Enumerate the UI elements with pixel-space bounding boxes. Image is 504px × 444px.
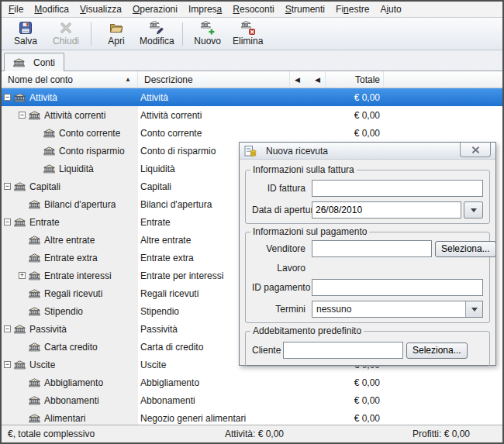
account-name-cell: Altre entrate	[2, 231, 138, 249]
row-filler	[384, 391, 502, 409]
expand-icon[interactable]: +	[19, 272, 26, 279]
menu-file[interactable]: File	[3, 2, 29, 16]
bank-icon	[29, 396, 40, 405]
account-total-cell: € 0,00	[290, 373, 384, 391]
invoice-id-field[interactable]	[312, 180, 483, 197]
row-filler	[384, 373, 502, 391]
menu-modifica[interactable]: Modifica	[29, 2, 74, 16]
pane-left-arrow-icon[interactable]: ◀	[315, 76, 320, 84]
terms-combobox[interactable]: nessuno	[312, 301, 483, 318]
nuovo-button[interactable]: Nuovo	[188, 19, 228, 50]
salva-button[interactable]: Salva	[5, 19, 46, 50]
menu-aiuto[interactable]: Aiuto	[375, 2, 406, 16]
account-name-cell: Regali ricevuti	[2, 284, 138, 302]
new-invoice-dialog: Nuova ricevuta Informazioni sulla fattur…	[239, 142, 496, 366]
pane-left-arrow-icon[interactable]: ◀	[295, 76, 300, 84]
account-name-cell: Liquidità	[2, 160, 138, 177]
app-window: FileModificaVisualizzaOperazioniImpresaR…	[0, 0, 504, 444]
bank-icon	[13, 58, 25, 67]
account-row-alimentari[interactable]: AlimentariNegozio generi alimentari€ 0,0…	[2, 409, 502, 425]
account-name: Alimentari	[44, 413, 85, 424]
vendor-label: Venditore	[252, 243, 306, 254]
account-row-conto-corrente[interactable]: Conto correnteConto corrente€ 0,00	[2, 124, 502, 142]
expander-spacer	[19, 308, 26, 315]
customer-field[interactable]	[283, 342, 403, 359]
tab-label: Conti	[33, 57, 55, 68]
menu-finestre[interactable]: Finestre	[330, 2, 375, 16]
column-header-name[interactable]: Nome del conto ▲	[2, 71, 138, 88]
account-name-cell: −Passività	[2, 320, 138, 338]
expander-spacer	[33, 129, 40, 136]
payment-id-row: ID pagamento	[252, 279, 483, 296]
expander-spacer	[19, 201, 26, 208]
apri-button[interactable]: Apri	[96, 19, 136, 50]
opening-date-field[interactable]	[312, 201, 461, 219]
account-name: Conto risparmio	[59, 146, 125, 157]
collapse-icon[interactable]: −	[4, 361, 11, 368]
save-icon	[19, 21, 33, 35]
account-row-attivit-correnti[interactable]: −Attività correntiAttività correnti€ 0,0…	[2, 106, 502, 124]
elimina-label: Elimina	[233, 36, 263, 46]
account-name-cell: Carta credito	[2, 338, 138, 356]
account-row-abbonamenti[interactable]: AbbonamentiAbbonamenti€ 0,00	[2, 391, 502, 409]
payment-id-field[interactable]	[312, 279, 483, 296]
table-header: Nome del conto ▲ Descrizione ◀ ◀ Totale	[2, 71, 502, 88]
elimina-button[interactable]: Elimina	[228, 19, 268, 50]
job-row: Lavoro	[252, 262, 483, 274]
group-informazioni-sulla-fattura: Informazioni sulla fatturaID fatturaData…	[245, 170, 490, 224]
invoice-id-label: ID fattura	[252, 183, 306, 194]
tab-strip: Conti	[2, 50, 502, 71]
group-title: Informazioni sulla fattura	[250, 164, 357, 175]
terms-dropdown-button[interactable]	[465, 301, 482, 317]
bank-icon	[14, 218, 26, 227]
close-tab-icon	[59, 21, 73, 35]
account-name: Uscite	[29, 360, 55, 370]
tab-conti[interactable]: Conti	[4, 53, 64, 71]
customer-row: ClienteSeleziona...	[252, 342, 483, 359]
account-name: Bilanci d'apertura	[44, 199, 116, 210]
account-row-abbigliamento[interactable]: AbbigliamentoAbbigliamento€ 0,00	[2, 373, 502, 391]
menu-resoconti[interactable]: Resoconti	[227, 2, 279, 16]
modifica-button[interactable]: Modifica	[136, 19, 178, 50]
collapse-icon[interactable]: −	[19, 112, 26, 119]
status-assets-total: Attività: € 0,00	[225, 429, 284, 439]
column-header-total[interactable]: Totale	[326, 71, 384, 88]
menu-operazioni[interactable]: Operazioni	[127, 2, 183, 16]
account-name-cell: Entrate extra	[2, 249, 138, 267]
account-description-cell: Negozio generi alimentari	[138, 409, 290, 425]
delete-account-icon	[241, 21, 255, 35]
collapse-icon[interactable]: −	[4, 325, 11, 332]
menu-impresa[interactable]: Impresa	[183, 2, 227, 16]
bank-icon	[29, 271, 40, 281]
nuovo-label: Nuovo	[194, 36, 221, 46]
account-row-attivit[interactable]: −AttivitàAttività€ 0,00	[2, 88, 502, 106]
vendor-field[interactable]	[312, 240, 432, 257]
collapse-icon[interactable]: −	[4, 94, 11, 101]
column-header-filler	[384, 71, 502, 88]
chevron-down-icon	[471, 308, 478, 311]
bank-icon	[29, 378, 40, 387]
customer-select-button[interactable]: Seleziona...	[406, 342, 468, 359]
bank-icon	[29, 200, 40, 209]
expander-spacer	[33, 147, 40, 154]
invoice-icon	[244, 145, 257, 157]
account-total-cell: € 0,00	[290, 124, 384, 142]
expander-spacer	[19, 397, 26, 404]
account-name: Liquidità	[59, 163, 94, 174]
menu-visualizza[interactable]: Visualizza	[74, 2, 127, 16]
account-name-cell: Conto corrente	[2, 124, 138, 142]
status-profits-total: Profitti: € 0,00	[413, 429, 470, 439]
status-report-currency: €, totale complessivo	[8, 429, 95, 439]
vendor-select-button[interactable]: Seleziona...	[435, 241, 496, 257]
pane-arrows: ◀ ◀	[290, 71, 326, 88]
opening-date-dropdown-button[interactable]	[464, 201, 483, 219]
collapse-icon[interactable]: −	[4, 183, 11, 190]
account-name-cell: Abbonamenti	[2, 391, 138, 409]
account-total-cell: € 0,00	[290, 391, 384, 409]
menu-strumenti[interactable]: Strumenti	[280, 2, 330, 16]
dialog-close-button[interactable]	[460, 143, 491, 157]
collapse-icon[interactable]: −	[4, 219, 11, 225]
dialog-title-bar[interactable]: Nuova ricevuta	[240, 143, 495, 160]
column-header-description[interactable]: Descrizione	[138, 71, 290, 88]
bank-icon	[43, 146, 55, 156]
